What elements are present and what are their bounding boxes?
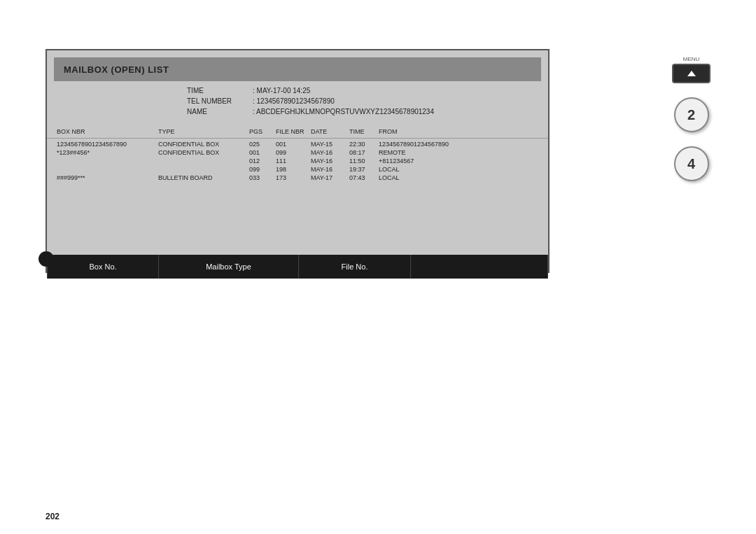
tel-label: TEL NUMBER [187, 96, 250, 106]
cell-date: MAY-16 [311, 157, 349, 164]
cell-file-nbr: 001 [276, 141, 311, 148]
menu-section: MENU [672, 56, 710, 83]
header-file-nbr: FILE NBR [276, 128, 311, 135]
bottom-file-no-label: File No. [342, 262, 368, 271]
cell-from: LOCAL [379, 166, 463, 173]
name-value: : ABCDEFGHIJKLMNOPQRSTUVWXYZ123456789012… [253, 106, 434, 117]
right-panel: MENU 2 4 [672, 56, 710, 181]
cell-pgs: 033 [249, 174, 276, 181]
header-pgs: PGS [249, 128, 276, 135]
menu-triangle-icon [687, 71, 696, 76]
bottom-empty [411, 255, 548, 279]
cell-pgs: 001 [249, 149, 276, 156]
cell-file-nbr: 099 [276, 149, 311, 156]
menu-button[interactable] [672, 64, 710, 83]
name-row: NAME : ABCDEFGHIJKLMNOPQRSTUVWXYZ1234567… [187, 106, 538, 117]
time-value: : MAY-17-00 14:25 [253, 85, 310, 96]
cell-file-nbr: 198 [276, 166, 311, 173]
cell-from: 12345678901234567890 [379, 141, 463, 148]
left-circle-indicator [38, 251, 54, 267]
time-label: TIME [187, 85, 250, 96]
table-row: *123##456* CONFIDENTIAL BOX 001 099 MAY-… [57, 148, 538, 157]
table-row: 099 198 MAY-16 19:37 LOCAL [57, 165, 538, 174]
table-header: BOX NBR TYPE PGS FILE NBR DATE TIME FROM [47, 125, 548, 139]
menu-label: MENU [672, 56, 710, 62]
button-2[interactable]: 2 [674, 97, 709, 132]
cell-from: +811234567 [379, 157, 463, 164]
cell-time: 11:50 [349, 157, 379, 164]
cell-type: CONFIDENTIAL BOX [158, 149, 249, 156]
time-row: TIME : MAY-17-00 14:25 [187, 85, 538, 96]
table-row: ###999*** BULLETIN BOARD 033 173 MAY-17 … [57, 174, 538, 182]
cell-date: MAY-16 [311, 166, 349, 173]
cell-time: 22:30 [349, 141, 379, 148]
bottom-box-no-label: Box No. [89, 262, 116, 271]
bottom-mailbox-type[interactable]: Mailbox Type [159, 255, 299, 279]
cell-time: 19:37 [349, 166, 379, 173]
screen-title: MAILBOX (OPEN) LIST [64, 64, 169, 75]
tel-value: : 12345678901234567890 [253, 96, 335, 106]
cell-box-nbr: ###999*** [57, 174, 158, 181]
bottom-bar: Box No. Mailbox Type File No. [47, 255, 548, 279]
mailbox-screen: MAILBOX (OPEN) LIST TIME : MAY-17-00 14:… [46, 49, 550, 273]
header-time: TIME [349, 128, 379, 135]
cell-file-nbr: 173 [276, 174, 311, 181]
title-bar: MAILBOX (OPEN) LIST [54, 57, 541, 81]
cell-pgs: 012 [249, 157, 276, 164]
header-box-nbr: BOX NBR [57, 128, 158, 135]
cell-pgs: 099 [249, 166, 276, 173]
cell-box-nbr: *123##456* [57, 149, 158, 156]
header-date: DATE [311, 128, 349, 135]
cell-date: MAY-16 [311, 149, 349, 156]
button-4[interactable]: 4 [674, 146, 709, 181]
cell-file-nbr: 111 [276, 157, 311, 164]
bottom-box-no[interactable]: Box No. [47, 255, 159, 279]
bottom-file-no[interactable]: File No. [299, 255, 411, 279]
button-4-label: 4 [687, 156, 695, 172]
tel-row: TEL NUMBER : 12345678901234567890 [187, 96, 538, 106]
table-row: 012 111 MAY-16 11:50 +811234567 [57, 157, 538, 165]
button-2-label: 2 [687, 107, 695, 123]
cell-time: 07:43 [349, 174, 379, 181]
table-row: 12345678901234567890 CONFIDENTIAL BOX 02… [57, 140, 538, 148]
cell-pgs: 025 [249, 141, 276, 148]
cell-from: REMOTE [379, 149, 463, 156]
cell-type: CONFIDENTIAL BOX [158, 141, 249, 148]
cell-date: MAY-15 [311, 141, 349, 148]
bottom-mailbox-type-label: Mailbox Type [206, 262, 251, 271]
cell-type: BULLETIN BOARD [158, 174, 249, 181]
cell-from: LOCAL [379, 174, 463, 181]
cell-box-nbr: 12345678901234567890 [57, 141, 158, 148]
info-section: TIME : MAY-17-00 14:25 TEL NUMBER : 1234… [47, 81, 548, 120]
cell-date: MAY-17 [311, 174, 349, 181]
header-type: TYPE [158, 128, 249, 135]
table-body: 12345678901234567890 CONFIDENTIAL BOX 02… [47, 139, 548, 183]
page-number: 202 [46, 512, 59, 521]
header-from: FROM [379, 128, 463, 135]
cell-time: 08:17 [349, 149, 379, 156]
name-label: NAME [187, 106, 250, 117]
